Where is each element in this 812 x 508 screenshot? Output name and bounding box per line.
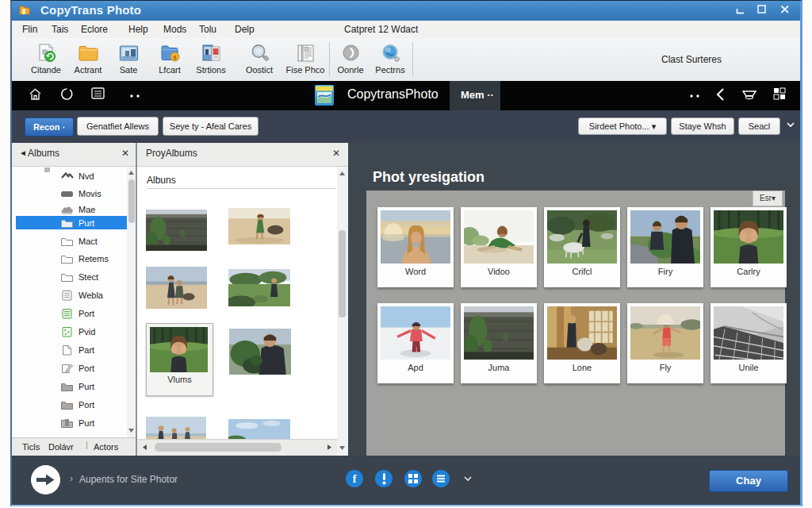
svg-text:$: $ [173,54,177,61]
svg-text:f: f [353,473,357,485]
